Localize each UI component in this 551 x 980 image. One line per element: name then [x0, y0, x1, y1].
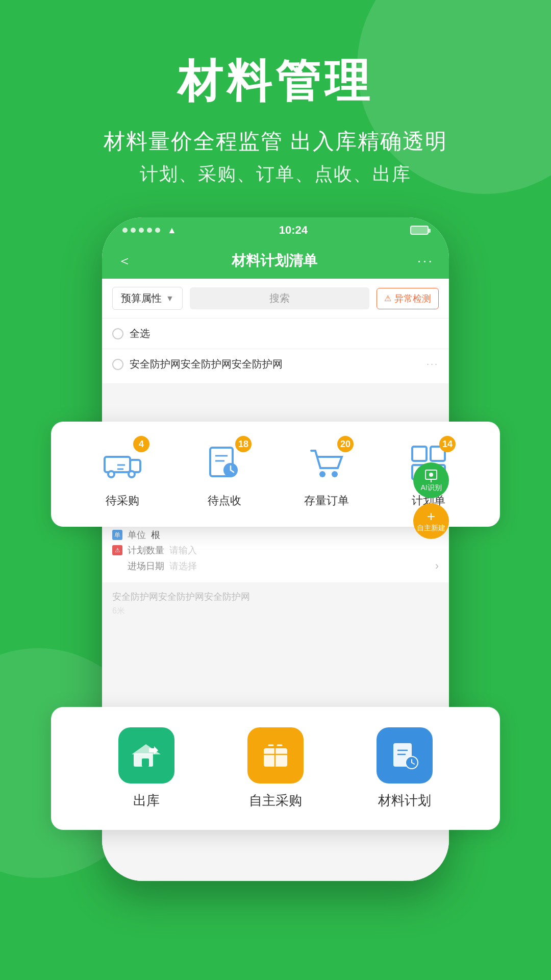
signal-dot-3 — [139, 228, 144, 233]
nav-title: 材料计划清单 — [232, 251, 317, 271]
spacer-2: 安全防护网安全防护网安全防护网 6米 — [102, 582, 449, 725]
pending-purchase-label: 待采购 — [106, 493, 139, 508]
self-purchase-icon-wrap — [247, 727, 304, 783]
list-item-1-title: 安全防护网安全防护网安全防护网 — [130, 357, 420, 371]
self-create-button[interactable]: + 自主新建 — [413, 503, 449, 539]
action-item-material-plan[interactable]: 材料计划 — [377, 727, 433, 810]
signal-dots: ▲ — [122, 225, 177, 236]
svg-point-15 — [332, 471, 338, 477]
wifi-icon: ▲ — [167, 225, 177, 236]
pending-purchase-badge: 4 — [133, 436, 149, 452]
svg-rect-27 — [142, 758, 149, 767]
action-item-pending-purchase[interactable]: 4 待采购 — [99, 440, 145, 508]
unit-icon: 单 — [112, 530, 122, 540]
pending-receive-label: 待点收 — [208, 493, 241, 508]
pending-purchase-icon-wrap: 4 — [99, 440, 145, 486]
qty-row: ⚠ 计划数量 请输入 — [112, 543, 439, 558]
blurred-text: 安全防护网安全防护网安全防护网 — [112, 591, 439, 603]
filter-dropdown[interactable]: 预算属性 ▼ — [112, 287, 183, 310]
filter-dropdown-label: 预算属性 — [121, 291, 162, 305]
subtitle-line2: 计划、采购、订单、点收、出库 — [0, 162, 551, 187]
signal-dot-4 — [147, 228, 152, 233]
main-actions-card: 出库 自主采购 — [51, 707, 500, 830]
signal-dot-2 — [131, 228, 136, 233]
stock-order-label: 存量订单 — [304, 493, 349, 508]
material-plan-label: 材料计划 — [378, 792, 431, 810]
nav-back-button[interactable]: ＜ — [117, 251, 132, 271]
action-item-self-purchase[interactable]: 自主采购 — [247, 727, 304, 810]
pending-receive-icon-wrap: 18 — [202, 440, 247, 486]
battery-icon — [410, 226, 429, 235]
date-row: 进场日期 请选择 › — [112, 558, 439, 574]
cart-box-icon — [259, 739, 292, 772]
plus-icon: + — [427, 509, 435, 524]
date-input[interactable]: 请选择 — [169, 560, 430, 572]
outbound-icon-wrap — [118, 727, 174, 783]
svg-point-14 — [319, 471, 325, 477]
list-item-1-radio[interactable] — [112, 359, 123, 370]
chevron-down-icon: ▼ — [166, 294, 174, 303]
header-section: 材料管理 材料量价全程监管 出入库精确透明 计划、采购、订单、点收、出库 — [0, 0, 551, 187]
nav-more-button[interactable]: ··· — [417, 253, 434, 269]
svg-point-23 — [429, 473, 433, 477]
select-all-label: 全选 — [130, 327, 150, 340]
qty-icon: ⚠ — [112, 545, 122, 555]
ai-button-label: AI识别 — [420, 483, 441, 493]
main-title: 材料管理 — [0, 51, 551, 112]
status-icons — [410, 226, 429, 235]
ai-recognize-button[interactable]: AI识别 — [413, 462, 449, 498]
ai-icon — [423, 468, 439, 483]
filter-bar: 预算属性 ▼ 搜索 ⚠ 异常检测 — [102, 279, 449, 318]
anomaly-detect-button[interactable]: ⚠ 异常检测 — [377, 288, 439, 309]
subtitle-line1: 材料量价全程监管 出入库精确透明 — [0, 127, 551, 156]
outbound-label: 出库 — [133, 792, 160, 810]
unit-value: 根 — [151, 529, 160, 541]
qty-label: 计划数量 — [128, 544, 164, 556]
blurred-detail: 6米 — [112, 606, 439, 617]
date-label: 进场日期 — [128, 560, 164, 572]
filter-search-input[interactable]: 搜索 — [190, 287, 369, 309]
svg-rect-16 — [412, 447, 427, 461]
phone-nav: ＜ 材料计划清单 ··· — [102, 243, 449, 279]
phone-mockup: ▲ 10:24 ＜ 材料计划清单 ··· 预算属性 ▼ 搜索 — [77, 217, 474, 922]
svg-point-3 — [109, 472, 113, 476]
phone-status-bar: ▲ 10:24 — [102, 217, 449, 243]
select-all-radio[interactable] — [112, 328, 123, 339]
pending-receive-badge: 18 — [235, 436, 252, 452]
self-purchase-label: 自主采购 — [249, 792, 302, 810]
material-plan-icon-wrap — [377, 727, 433, 783]
stock-order-icon-wrap: 20 — [304, 440, 349, 486]
action-item-pending-receive[interactable]: 18 待点收 — [202, 440, 247, 508]
warehouse-out-icon — [130, 739, 163, 772]
status-time: 10:24 — [279, 224, 308, 237]
qty-input[interactable]: 请输入 — [169, 544, 439, 556]
svg-point-5 — [130, 472, 134, 476]
action-item-stock-order[interactable]: 20 存量订单 — [304, 440, 349, 508]
signal-dot-5 — [155, 228, 160, 233]
list-item-1-dots[interactable]: ··· — [427, 359, 439, 370]
signal-dot-1 — [122, 228, 128, 233]
plan-badge: 14 — [439, 436, 456, 452]
list-item-1: 安全防护网安全防护网安全防护网 ··· — [102, 349, 449, 383]
unit-row: 单 单位 根 — [112, 527, 439, 543]
date-arrow-icon: › — [435, 559, 439, 573]
unit-label: 单位 — [128, 529, 146, 541]
stock-order-badge: 20 — [337, 436, 354, 452]
create-button-label: 自主新建 — [417, 524, 445, 533]
warning-icon: ⚠ — [384, 293, 391, 303]
action-item-outbound[interactable]: 出库 — [118, 727, 174, 810]
doc-clock-icon — [388, 739, 421, 772]
select-all-row[interactable]: 全选 — [102, 318, 449, 349]
list-item-1-header: 安全防护网安全防护网安全防护网 ··· — [112, 357, 439, 371]
